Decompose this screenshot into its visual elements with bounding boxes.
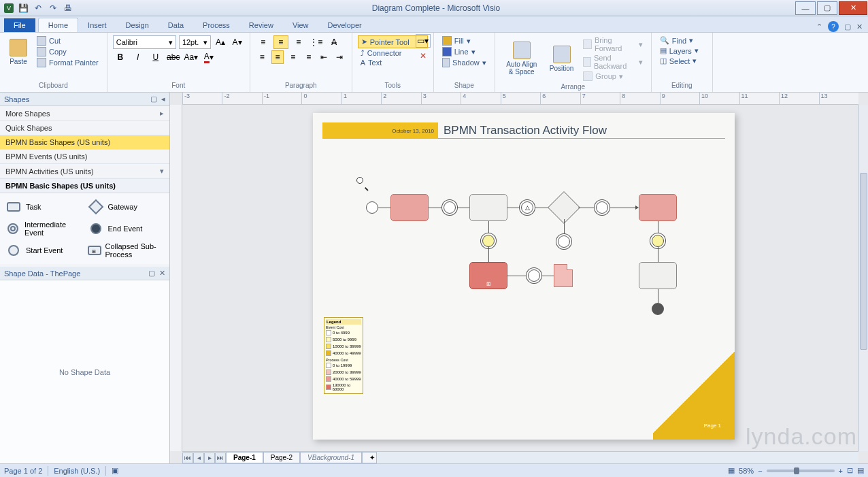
save-icon[interactable]: 💾 xyxy=(18,3,29,14)
bold-button[interactable]: B xyxy=(113,50,128,64)
page-indicator[interactable]: Page 1 of 2 xyxy=(4,467,42,475)
font-size-combo[interactable]: 12pt.▾ xyxy=(179,35,211,49)
position-button[interactable]: Position xyxy=(546,44,578,73)
bullets-button[interactable]: ⋮≡ xyxy=(309,35,324,49)
legend-box[interactable]: Legend Event Cost 0 to 4999 5000 to 9999… xyxy=(324,317,363,394)
mdi-close-icon[interactable]: ✕ xyxy=(856,22,863,31)
new-page-tab[interactable]: ✦ xyxy=(362,452,377,463)
next-page-button[interactable]: ▸ xyxy=(204,453,215,463)
zoom-out-button[interactable]: − xyxy=(758,467,762,475)
start-event-shape[interactable] xyxy=(366,201,378,214)
layers-button[interactable]: ▤Layers ▾ xyxy=(657,46,707,56)
prev-page-button[interactable]: ◂ xyxy=(193,453,204,463)
task-shape-4[interactable]: ⊞ xyxy=(469,262,507,289)
shape-data-close-icon[interactable]: ✕ xyxy=(159,269,165,278)
clear-format-button[interactable]: A̶ xyxy=(327,35,341,49)
more-shapes-item[interactable]: More Shapes▸ xyxy=(0,106,169,121)
shape-collapsed-subprocess[interactable]: ⊞Collapsed Sub-Process xyxy=(86,241,166,260)
intermediate-event-5[interactable] xyxy=(558,235,570,248)
auto-align-button[interactable]: Auto Align & Space xyxy=(501,40,543,77)
page-tab-1[interactable]: Page-1 xyxy=(226,452,263,463)
shape-intermediate-event[interactable]: Intermediate Event xyxy=(4,219,84,238)
intermediate-event-4[interactable] xyxy=(528,269,540,282)
decrease-indent-button[interactable]: ⇤ xyxy=(318,50,331,64)
pane-window-icon[interactable]: ▢ xyxy=(150,95,157,103)
page-tab-2[interactable]: Page-2 xyxy=(263,452,300,463)
zoom-level[interactable]: 58% xyxy=(739,467,754,475)
align-center-button[interactable]: ≡ xyxy=(271,50,284,64)
underline-button[interactable]: U xyxy=(148,50,163,64)
shape-end-event[interactable]: End Event xyxy=(86,219,166,238)
close-button[interactable]: ✕ xyxy=(839,1,867,15)
align-left-button[interactable]: ≡ xyxy=(256,50,269,64)
vertical-scrollbar[interactable] xyxy=(858,105,868,451)
increase-indent-button[interactable]: ⇥ xyxy=(333,50,346,64)
zoom-in-button[interactable]: + xyxy=(839,467,843,475)
task-shape-1[interactable] xyxy=(390,194,429,221)
pane-collapse-icon[interactable]: ◂ xyxy=(161,95,165,103)
align-middle-button[interactable]: ≡ xyxy=(273,35,288,49)
cut-button[interactable]: Cut xyxy=(34,35,101,46)
data-object-shape[interactable] xyxy=(554,264,573,287)
intermediate-event-1[interactable] xyxy=(444,201,456,214)
bpmn-events-item[interactable]: BPMN Events (US units) xyxy=(0,150,169,164)
bpmn-activities-item[interactable]: BPMN Activities (US units)▾ xyxy=(0,164,169,179)
developer-tab[interactable]: Developer xyxy=(318,18,371,32)
align-bottom-button[interactable]: ≡ xyxy=(291,35,306,49)
zoom-slider[interactable] xyxy=(767,470,835,472)
select-button[interactable]: ◫Select ▾ xyxy=(657,56,707,66)
find-button[interactable]: 🔍Find ▾ xyxy=(657,35,707,46)
shape-task[interactable]: Task xyxy=(4,197,84,216)
macro-record-icon[interactable]: ▣ xyxy=(112,466,118,475)
end-event-shape[interactable] xyxy=(652,303,664,315)
quick-shapes-item[interactable]: Quick Shapes xyxy=(0,121,169,135)
group-button[interactable]: Group ▾ xyxy=(580,71,645,82)
drawing-canvas[interactable]: -3-2-1012345678910111213 October 13, 201… xyxy=(170,93,868,463)
copy-button[interactable]: Copy xyxy=(34,46,101,57)
format-painter-button[interactable]: Format Painter xyxy=(34,57,101,68)
font-name-combo[interactable]: Calibri▾ xyxy=(113,35,176,49)
data-tab[interactable]: Data xyxy=(158,18,193,32)
file-tab[interactable]: File xyxy=(4,18,35,32)
grow-font-button[interactable]: A▴ xyxy=(214,35,227,49)
scroll-thumb[interactable] xyxy=(860,173,867,350)
align-right-button[interactable]: ≡ xyxy=(286,50,299,64)
shape-start-event[interactable]: Start Event xyxy=(4,241,84,260)
timer-event-1[interactable] xyxy=(482,235,495,247)
print-icon[interactable]: 🖶 xyxy=(63,3,73,14)
shadow-button[interactable]: Shadow ▾ xyxy=(439,57,489,68)
strikethrough-button[interactable]: abc xyxy=(166,50,181,64)
fill-button[interactable]: Fill ▾ xyxy=(439,35,489,46)
language-indicator[interactable]: English (U.S.) xyxy=(54,467,100,475)
task-shape-2[interactable] xyxy=(469,194,507,221)
undo-icon[interactable]: ↶ xyxy=(33,3,44,14)
line-button[interactable]: Line ▾ xyxy=(439,46,489,57)
shrink-font-button[interactable]: A▾ xyxy=(230,35,244,49)
review-tab[interactable]: Review xyxy=(239,18,283,32)
zoom-thumb[interactable] xyxy=(794,467,799,474)
insert-tab[interactable]: Insert xyxy=(78,18,116,32)
send-backward-button[interactable]: Send Backward ▾ xyxy=(580,53,645,71)
font-color-button[interactable]: A▾ xyxy=(201,50,216,64)
italic-button[interactable]: I xyxy=(131,50,146,64)
full-screen-icon[interactable]: ▦ xyxy=(728,466,735,475)
justify-button[interactable]: ≡ xyxy=(302,50,315,64)
intermediate-event-3[interactable] xyxy=(596,201,608,214)
shape-gateway[interactable]: Gateway xyxy=(86,197,166,216)
timer-event-2[interactable] xyxy=(652,235,664,247)
process-tab[interactable]: Process xyxy=(193,18,239,32)
first-page-button[interactable]: ⏮ xyxy=(182,453,193,463)
last-page-button[interactable]: ⏭ xyxy=(215,453,226,463)
window-arrange-icon[interactable]: ▢ xyxy=(844,22,851,31)
fit-page-icon[interactable]: ⊡ xyxy=(847,466,853,475)
minimize-button[interactable]: — xyxy=(795,1,816,15)
home-tab[interactable]: Home xyxy=(38,18,78,32)
drawing-page[interactable]: October 13, 2010 BPMN Transaction Activi… xyxy=(313,113,735,440)
bpmn-basic-item[interactable]: BPMN Basic Shapes (US units) xyxy=(0,135,169,150)
minimize-ribbon-icon[interactable]: ⌃ xyxy=(816,22,822,31)
task-shape-3[interactable] xyxy=(639,194,677,221)
switch-windows-icon[interactable]: ▤ xyxy=(857,466,864,475)
help-icon[interactable]: ? xyxy=(828,21,839,32)
align-top-button[interactable]: ≡ xyxy=(256,35,271,49)
rectangle-tool-button[interactable]: ▭▾ xyxy=(416,34,431,48)
